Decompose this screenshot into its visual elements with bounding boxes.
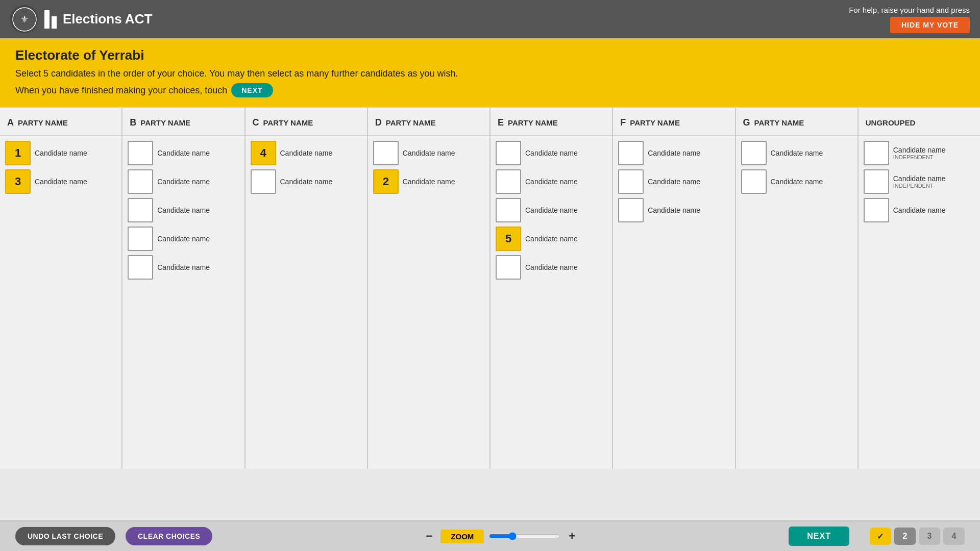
hide-vote-button[interactable]: HIDE MY VOTE — [890, 17, 970, 33]
party-name-5: PARTY NAME — [630, 118, 680, 127]
candidate-row-0-0: 1Candidate name — [5, 141, 116, 165]
candidate-row-2-0: 4Candidate name — [251, 141, 362, 165]
candidate-name-5-2: Candidate name — [648, 206, 700, 214]
candidate-row-4-4: Candidate name — [496, 255, 607, 280]
vote-box-5-2[interactable] — [618, 198, 644, 222]
vote-box-3-0[interactable] — [373, 141, 399, 165]
candidates-list-1: Candidate nameCandidate nameCandidate na… — [122, 136, 244, 285]
party-letter-2: C — [253, 117, 259, 128]
candidate-row-6-1: Candidate name — [741, 169, 852, 194]
banner: Electorate of Yerrabi Select 5 candidate… — [0, 38, 980, 107]
vote-box-6-0[interactable] — [741, 141, 767, 165]
candidate-name-5-0: Candidate name — [648, 149, 700, 157]
candidate-sub-7-1: INDEPENDENT — [893, 183, 946, 189]
candidate-row-7-1: Candidate nameINDEPENDENT — [864, 169, 975, 194]
party-letter-3: D — [375, 117, 382, 128]
candidate-row-1-3: Candidate name — [128, 227, 239, 251]
clear-choices-button[interactable]: CLEAR CHOICES — [126, 527, 212, 545]
candidate-name-2-1: Candidate name — [280, 178, 333, 186]
next-inline-button[interactable]: NEXT — [231, 83, 273, 97]
candidate-name-5-1: Candidate name — [648, 178, 700, 186]
party-name-2: PARTY NAME — [263, 118, 313, 127]
header-right: For help, raise your hand and press HIDE… — [849, 6, 970, 33]
party-header-2: CPARTY NAME — [246, 108, 367, 136]
vote-box-1-2[interactable] — [128, 198, 153, 222]
vote-box-2-1[interactable] — [251, 169, 276, 194]
party-letter-5: F — [620, 117, 626, 128]
zoom-plus-button[interactable]: + — [566, 530, 578, 543]
party-header-0: APARTY NAME — [0, 108, 121, 136]
candidate-row-1-0: Candidate name — [128, 141, 239, 165]
candidate-row-0-1: 3Candidate name — [5, 169, 116, 194]
logo-elections: Elections — [63, 11, 122, 27]
candidate-info-1-3: Candidate name — [157, 235, 210, 243]
candidate-info-1-1: Candidate name — [157, 178, 210, 186]
next-footer-button[interactable]: NEXT — [789, 527, 849, 546]
candidate-row-1-4: Candidate name — [128, 255, 239, 280]
vote-box-4-3[interactable]: 5 — [496, 227, 521, 251]
logo-text: Elections ACT — [63, 11, 152, 27]
progress-area: ✓234 — [870, 528, 965, 545]
vote-box-4-4[interactable] — [496, 255, 521, 280]
vote-box-7-2[interactable] — [864, 198, 889, 222]
vote-box-5-0[interactable] — [618, 141, 644, 165]
progress-step-1: 2 — [894, 528, 916, 545]
party-header-7: UNGROUPED — [859, 108, 980, 136]
candidate-info-1-0: Candidate name — [157, 149, 210, 157]
vote-box-2-0[interactable]: 4 — [251, 141, 276, 165]
vote-box-0-0[interactable]: 1 — [5, 141, 31, 165]
party-header-3: DPARTY NAME — [368, 108, 489, 136]
vote-box-1-3[interactable] — [128, 227, 153, 251]
vote-box-1-1[interactable] — [128, 169, 153, 194]
candidate-info-5-0: Candidate name — [648, 149, 700, 157]
party-name-1: PARTY NAME — [140, 118, 190, 127]
vote-box-4-1[interactable] — [496, 169, 521, 194]
candidate-row-6-0: Candidate name — [741, 141, 852, 165]
candidate-name-1-1: Candidate name — [157, 178, 210, 186]
candidate-row-3-0: Candidate name — [373, 141, 484, 165]
candidate-name-3-1: Candidate name — [403, 178, 455, 186]
candidate-name-1-0: Candidate name — [157, 149, 210, 157]
candidate-info-4-4: Candidate name — [525, 263, 578, 271]
party-column-D: DPARTY NAMECandidate name2Candidate name — [368, 108, 491, 469]
candidate-name-7-1: Candidate name — [893, 174, 946, 183]
zoom-slider[interactable] — [489, 532, 560, 540]
candidates-list-2: 4Candidate nameCandidate name — [246, 136, 367, 199]
candidate-row-1-1: Candidate name — [128, 169, 239, 194]
vote-box-1-0[interactable] — [128, 141, 153, 165]
vote-box-7-0[interactable] — [864, 141, 889, 165]
logo-act: ACT — [122, 11, 153, 27]
vote-box-4-2[interactable] — [496, 198, 521, 222]
candidates-list-6: Candidate nameCandidate name — [736, 136, 857, 199]
vote-box-3-1[interactable]: 2 — [373, 169, 399, 194]
candidate-row-7-0: Candidate nameINDEPENDENT — [864, 141, 975, 165]
vote-box-7-1[interactable] — [864, 169, 889, 194]
vote-box-0-1[interactable]: 3 — [5, 169, 31, 194]
zoom-area: − ZOOM + — [423, 530, 579, 543]
party-column-G: GPARTY NAMECandidate nameCandidate name — [736, 108, 859, 469]
progress-step-2: 3 — [919, 528, 940, 545]
candidate-info-4-0: Candidate name — [525, 149, 578, 157]
electorate-title: Electorate of Yerrabi — [15, 47, 965, 63]
party-name-4: PARTY NAME — [508, 118, 558, 127]
candidate-info-5-2: Candidate name — [648, 206, 700, 214]
party-column-F: FPARTY NAMECandidate nameCandidate nameC… — [613, 108, 736, 469]
candidate-row-4-1: Candidate name — [496, 169, 607, 194]
party-column-ungrouped: UNGROUPEDCandidate nameINDEPENDENTCandid… — [859, 108, 980, 469]
undo-last-choice-button[interactable]: UNDO LAST CHOICE — [15, 527, 115, 545]
vote-box-5-1[interactable] — [618, 169, 644, 194]
svg-text:⚜: ⚜ — [20, 14, 29, 24]
zoom-minus-button[interactable]: − — [423, 530, 436, 543]
candidate-info-0-1: Candidate name — [35, 178, 87, 186]
candidate-info-1-4: Candidate name — [157, 263, 210, 271]
vote-box-4-0[interactable] — [496, 141, 521, 165]
party-column-E: EPARTY NAMECandidate nameCandidate nameC… — [491, 108, 613, 469]
vote-box-1-4[interactable] — [128, 255, 153, 280]
vote-box-6-1[interactable] — [741, 169, 767, 194]
candidate-info-5-1: Candidate name — [648, 178, 700, 186]
candidate-name-1-4: Candidate name — [157, 263, 210, 271]
footer: UNDO LAST CHOICE CLEAR CHOICES − ZOOM + … — [0, 520, 980, 551]
candidate-name-2-0: Candidate name — [280, 149, 333, 157]
candidate-name-7-2: Candidate name — [893, 206, 946, 214]
logo-icon-block — [44, 10, 57, 29]
